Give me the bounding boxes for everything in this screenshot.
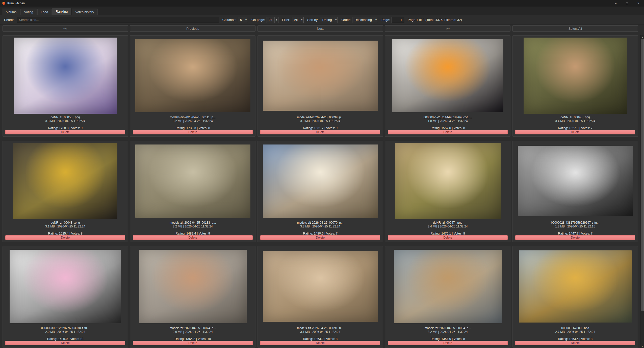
chevron-down-icon: ▾ [374,17,377,23]
columns-select[interactable]: 5 ▾ [238,17,248,23]
image-meta: 3.4 MB | 2026-04-25 11:32:24 [515,119,635,123]
image-meta: 3.2 MB | 2026-04-25 11:32:24 [133,119,253,123]
delete-button[interactable]: Delete [133,341,253,345]
image-thumbnail[interactable] [135,39,250,112]
thumbnail-wrap [260,143,380,219]
thumbnail-wrap [133,38,253,114]
order-label: Order: [341,18,351,22]
image-card: deNR_zi_00048_.png3.4 MB | 2026-04-25 11… [512,35,638,137]
image-thumbnail[interactable] [135,144,250,218]
toolbar: Search: Columns: 5 ▾ On page: 24 ▾ Filte… [0,15,644,25]
last-page-button[interactable]: >> [385,25,510,32]
image-card: models-zit-2026-04-25_00094_p...3.2 MB |… [385,246,510,347]
image-thumbnail[interactable] [518,146,633,217]
tab-votes-history[interactable]: Votes history [72,9,97,15]
image-filename: 00000025-237144496192646-z-tu... [388,115,508,119]
thumbnail-wrap [515,248,635,325]
delete-button[interactable]: Delete [515,235,635,240]
search-input[interactable] [17,17,219,23]
image-thumbnail[interactable] [139,250,247,324]
maximize-button[interactable]: □ [621,0,633,7]
delete-button[interactable]: Delete [388,341,508,345]
scroll-down-icon[interactable]: ▼ [641,344,644,348]
tab-albums[interactable]: Albums [2,9,20,15]
scrollbar-thumb[interactable] [641,39,644,311]
delete-button[interactable]: Delete [260,130,380,134]
select-all-button[interactable]: Select All [512,25,638,32]
minimize-icon: – [615,2,616,5]
previous-page-button[interactable]: Previous [130,25,255,32]
columns-label: Columns: [222,18,236,22]
tab-ranking[interactable]: Ranking [52,8,71,15]
image-meta: 2.0 MB | 2026-04-25 11:32:24 [5,330,125,334]
delete-button[interactable]: Delete [260,235,380,240]
pagination-row: << Previous Next >> Select All [0,25,644,32]
image-thumbnail[interactable] [395,143,501,219]
delete-button[interactable]: Delete [260,341,380,345]
chevron-down-icon: ▾ [244,17,247,23]
tab-label: Votes history [75,10,94,14]
delete-button[interactable]: Delete [5,341,125,345]
delete-button[interactable]: Delete [133,235,253,240]
image-filename: deNR_zi_00050_.png [5,115,125,119]
image-meta: 3.0 MB | 2026-04-25 11:32:24 [260,119,380,123]
scroll-up-icon[interactable]: ▲ [641,35,644,39]
image-meta: 3.3 MB | 2026-04-25 11:32:24 [5,119,125,123]
image-thumbnail[interactable] [13,143,117,219]
minimize-button[interactable]: – [610,0,621,7]
image-thumbnail[interactable] [263,144,378,218]
delete-button[interactable]: Delete [5,235,125,240]
delete-button[interactable]: Delete [388,130,508,134]
page-number-input[interactable] [392,17,404,23]
on-page-select[interactable]: 24 ▾ [267,17,279,23]
thumbnail-wrap [133,248,253,325]
main-content: deNR_zi_00050_.png3.3 MB | 2026-04-25 11… [0,32,644,348]
image-rating: Rating: 1730.3 | Votes: 8 [133,126,253,130]
image-rating: Rating: 1480.6 | Votes: 7 [260,232,380,235]
order-select[interactable]: Descending ▾ [352,17,378,23]
image-filename: 00000028-438179256229697-z-tu... [515,221,635,224]
tab-voting[interactable]: Voting [20,9,37,15]
sort-by-select[interactable]: Rating ▾ [320,17,338,23]
first-page-button[interactable]: << [3,25,128,32]
image-rating: Rating: 1768.8 | Votes: 9 [5,126,125,130]
filter-select[interactable]: All ▾ [292,17,304,23]
thumbnail-wrap [260,38,380,114]
title-bar: Kura • 4chan – □ × [0,0,644,7]
image-card: models-zit-2026-04-25_00070_p...3.3 MB |… [257,141,383,242]
image-thumbnail[interactable] [524,38,627,114]
image-meta: 3.2 MB | 2026-04-25 11:32:24 [388,330,508,334]
window-title: Kura • 4chan [7,2,25,5]
tab-label: Load [41,10,48,14]
thumbnail-wrap [5,143,125,219]
image-card: models-zit-2026-04-25_00099_p...3.0 MB |… [257,35,383,137]
order-value: Descending [354,18,372,22]
next-page-button[interactable]: Next [257,25,383,32]
image-thumbnail[interactable] [263,251,378,322]
image-thumbnail[interactable] [263,41,378,111]
image-thumbnail[interactable] [14,38,117,114]
image-card: deNR_zi_00050_.png3.3 MB | 2026-04-25 11… [3,35,128,137]
close-button[interactable]: × [633,0,644,7]
delete-button[interactable]: Delete [515,341,635,345]
delete-button[interactable]: Delete [133,130,253,134]
image-thumbnail[interactable] [10,250,121,324]
image-filename: deNR_zi_00043_.png [5,221,125,224]
image-thumbnail[interactable] [392,39,504,112]
delete-button[interactable]: Delete [515,130,635,134]
thumbnail-wrap [515,38,635,114]
vertical-scrollbar[interactable]: ▲ ▼ [640,35,644,348]
delete-button[interactable]: Delete [388,235,508,240]
image-filename: deNR_zi_00048_.png [515,115,635,119]
image-thumbnail[interactable] [519,250,632,323]
tab-load[interactable]: Load [37,9,52,15]
image-rating: Rating: 1525.4 | Votes: 8 [5,232,125,235]
image-rating: Rating: 1353.5 | Votes: 8 [515,337,635,341]
image-meta: 1.3 MB | 2026-04-25 11:32:15 [515,225,635,228]
image-meta: 3.1 MB | 2026-04-25 11:32:24 [5,225,125,228]
image-thumbnail[interactable] [394,250,502,324]
chevron-down-icon: ▾ [274,17,277,23]
image-meta: 2.9 MB | 2026-04-25 11:32:24 [133,330,253,334]
image-meta: 3.4 MB | 2026-04-25 11:32:24 [388,225,508,228]
delete-button[interactable]: Delete [5,130,125,134]
